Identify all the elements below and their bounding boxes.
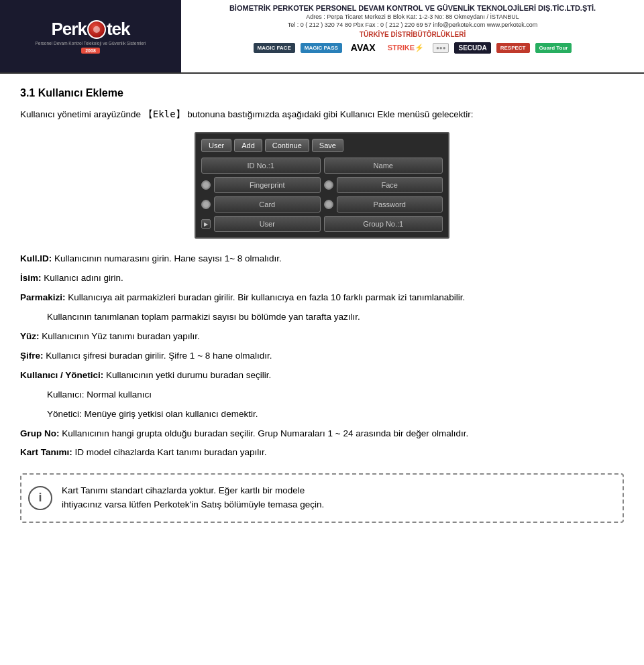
logo-subtitle: Personel Devam Kontrol Telekoloji ve Güv… — [36, 41, 146, 46]
info-line-2: ihtiyacınız varsa lütfen Perkotek'in Sat… — [62, 499, 324, 509]
ui-field-name: Name — [324, 158, 443, 174]
desc-parmakizi-label: Parmakizi: — [20, 292, 66, 302]
ui-group-button[interactable]: Group No.:1 — [324, 216, 443, 232]
desc-grupno-text: Kullanıcının hangi grupta olduğu buradan… — [62, 428, 468, 438]
intro-text: Kullanıcı yönetimi arayüzünde 【Ekle】 but… — [20, 107, 624, 121]
ui-field-face: Face — [324, 177, 443, 193]
info-icon: i — [28, 486, 52, 510]
brand-magic-pass: MAGIC PASS — [301, 43, 342, 53]
company-address: Adres : Perpa Ticaret Merkezi B Blok Kat… — [188, 13, 637, 20]
company-contact: Tel : 0 ( 212 ) 320 74 80 Pbx Fax : 0 ( … — [188, 21, 637, 28]
ui-field-fingerprint: Fingerprint — [201, 177, 321, 193]
brands-row: MAGIC FACE MAGIC PASS AVAX STRIKE⚡ ●●● S… — [188, 41, 637, 54]
brand-guardtour: Guard Tour — [535, 43, 572, 53]
logo-badge: 2008 — [81, 48, 100, 54]
desc-sifre: Şifre: Kullanıcı şifresi buradan girilir… — [20, 349, 624, 363]
ui-face-button[interactable]: Face — [337, 177, 443, 193]
ui-card-radio[interactable] — [201, 200, 211, 209]
desc-parmakizi-detail: Kullancının tanımlanan toplam parmakizi … — [47, 310, 624, 324]
desc-isim-label: İsim: — [20, 273, 42, 283]
brand-avax: AVAX — [347, 41, 379, 54]
ui-field-group: Group No.:1 — [324, 216, 443, 232]
ui-save-btn[interactable]: Save — [312, 139, 343, 152]
desc-parmakizi-detail-text: Kullancının tanımlanan toplam parmakizi … — [47, 312, 360, 322]
ui-password-button[interactable]: Password — [337, 196, 443, 213]
desc-kart-label: Kart Tanımı: — [20, 447, 72, 457]
ui-fingerprint-button[interactable]: Fingerprint — [214, 177, 321, 193]
desc-yuz-label: Yüz: — [20, 331, 40, 341]
ui-field-password: Password — [324, 196, 443, 213]
ui-row-1: ID No.:1 Name — [201, 158, 443, 174]
ui-user-btn[interactable]: User — [201, 139, 231, 152]
ui-user-button[interactable]: User — [214, 216, 321, 232]
desc-sifre-label: Şifre: — [20, 351, 44, 361]
brand-unknown: ●●● — [433, 43, 449, 53]
info-box: i Kart Tanımı standart cihazlarda yoktur… — [20, 473, 624, 523]
desc-isim-text: Kullanıcı adını girin. — [44, 273, 123, 283]
desc-grupno: Grup No: Kullanıcının hangi grupta olduğ… — [20, 427, 624, 441]
ui-screenshot: User Add Continue Save ID No.:1 Name Fin… — [195, 132, 449, 239]
desc-parmakizi-text: Kullanıcıya ait parmakizleri buradan gir… — [68, 292, 465, 302]
description-list: Kull.ID: Kullanıcının numarasını girin. … — [20, 252, 624, 460]
ui-field-card: Card — [201, 196, 321, 213]
info-box-text: Kart Tanımı standart cihazlarda yoktur. … — [62, 484, 613, 512]
ui-user-arrow[interactable]: ▶ — [201, 219, 211, 229]
desc-yuz-text: Kullanıcının Yüz tanımı buradan yapılır. — [42, 331, 199, 341]
company-name: BİOMETRİK PERKOTEK PERSONEL DEVAM KONTRO… — [188, 4, 637, 12]
ui-card-button[interactable]: Card — [214, 196, 321, 213]
desc-kullanici-normal-text: Kullanıcı: Normal kullanıcı — [47, 389, 152, 400]
brand-magic-face: MAGIC FACE — [254, 43, 295, 53]
ui-row-4: ▶ User Group No.:1 — [201, 216, 443, 232]
desc-grupno-label: Grup No: — [20, 428, 60, 438]
section-title: 3.1 Kullanıcı Ekleme — [20, 87, 624, 99]
ui-fingerprint-radio[interactable] — [201, 180, 211, 190]
desc-sifre-text: Kullanıcı şifresi buradan girilir. Şifre… — [46, 351, 272, 361]
ui-field-id: ID No.:1 — [201, 158, 321, 174]
desc-yonetici-text: Yönetici: Menüye giriş yetkisi olan kull… — [47, 409, 258, 419]
ekle-bracket: 【Ekle】 — [144, 109, 185, 119]
desc-kullanici-normal: Kullanıcı: Normal kullanıcı — [47, 388, 624, 402]
ui-face-radio[interactable] — [324, 180, 333, 190]
main-content: 3.1 Kullanıcı Ekleme Kullanıcı yönetimi … — [0, 74, 644, 536]
desc-ky-text: Kullanıcının yetki durumu buradan seçili… — [106, 370, 271, 380]
page-header: Perk tek Personel Devam Kontrol Telekolo… — [0, 0, 644, 74]
company-logo: Perk tek Personel Devam Kontrol Telekolo… — [0, 0, 181, 72]
desc-yonetici: Yönetici: Menüye giriş yetkisi olan kull… — [47, 408, 624, 422]
ui-toolbar: User Add Continue Save — [201, 139, 443, 152]
ui-field-user: ▶ User — [201, 216, 321, 232]
desc-yuz: Yüz: Kullanıcının Yüz tanımı buradan yap… — [20, 330, 624, 344]
ui-password-radio[interactable] — [324, 200, 333, 209]
info-line-1: Kart Tanımı standart cihazlarda yoktur. … — [62, 485, 305, 495]
ui-fields: ID No.:1 Name Fingerprint Face — [201, 158, 443, 232]
desc-kullanici-yonetici: Kullanıcı / Yönetici: Kullanıcının yetki… — [20, 369, 624, 383]
desc-ky-label: Kullanıcı / Yönetici: — [20, 370, 103, 380]
desc-isim: İsim: Kullanıcı adını girin. — [20, 271, 624, 286]
ui-row-3: Card Password — [201, 196, 443, 213]
desc-kullid-label: Kull.ID: — [20, 253, 52, 263]
ui-name-button[interactable]: Name — [324, 158, 443, 174]
desc-parmakizi: Parmakizi: Kullanıcıya ait parmakizleri … — [20, 291, 624, 305]
ui-id-button[interactable]: ID No.:1 — [201, 158, 321, 174]
brand-strike: STRIKE⚡ — [384, 42, 427, 54]
desc-kullid: Kull.ID: Kullanıcının numarasını girin. … — [20, 252, 624, 266]
desc-kullid-text: Kullanıcının numarasını girin. Hane sayı… — [54, 253, 282, 263]
ui-add-btn[interactable]: Add — [234, 139, 262, 152]
turkey-label: TÜRKİYE DİSTRİBÜTÖRLÜKLERİ — [188, 31, 637, 38]
header-info: BİOMETRİK PERKOTEK PERSONEL DEVAM KONTRO… — [181, 0, 644, 72]
brand-secuda: SECUDA — [454, 42, 490, 54]
ui-row-2: Fingerprint Face — [201, 177, 443, 193]
desc-kart-text: ID model cihazlarda Kart tanımı buradan … — [75, 447, 267, 457]
brand-respect: RESPECT — [496, 43, 530, 53]
desc-kart: Kart Tanımı: ID model cihazlarda Kart ta… — [20, 446, 624, 460]
ui-continue-btn[interactable]: Continue — [265, 139, 309, 152]
